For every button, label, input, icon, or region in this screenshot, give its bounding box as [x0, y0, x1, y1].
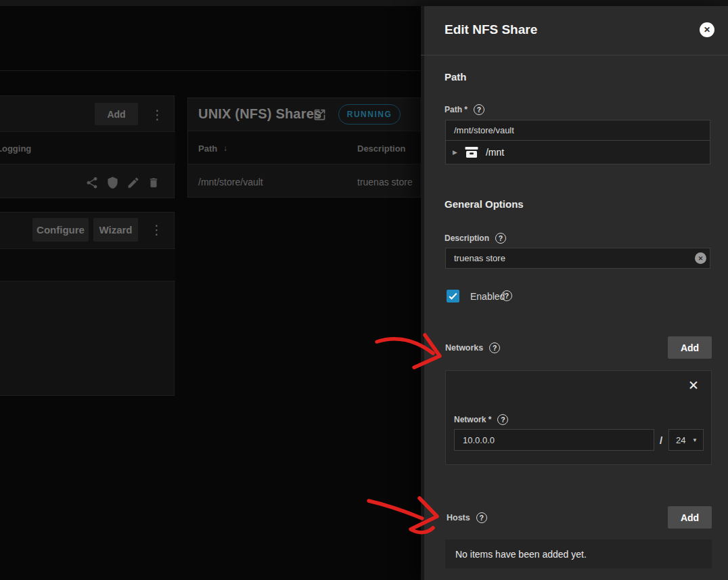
panel-title: Edit NFS Share: [445, 22, 537, 37]
cidr-separator: /: [660, 434, 662, 446]
filetree-node-mnt[interactable]: ▶ /mnt: [445, 141, 710, 164]
network-field-label: Network * ?: [454, 414, 508, 425]
top-strip: [0, 0, 728, 6]
screen: Add ⋮ Logging Configure Wizard ⋮ UNIX (N…: [0, 0, 728, 580]
cell-description: truenas store: [357, 177, 413, 187]
toolbar-divider: [0, 70, 421, 71]
row-actions: [85, 176, 160, 189]
close-panel-button[interactable]: ✕: [700, 22, 714, 37]
hosts-empty-message: No items have been added yet.: [445, 539, 712, 568]
help-icon[interactable]: ?: [497, 414, 508, 425]
description-input[interactable]: [445, 248, 710, 269]
shares-table-header-row: Logging: [0, 131, 175, 164]
delete-trash-icon[interactable]: [147, 176, 160, 189]
description-field-label: Description ?: [445, 233, 506, 244]
expand-caret-icon[interactable]: ▶: [453, 149, 457, 156]
clear-description-button[interactable]: ✕: [695, 252, 706, 264]
chevron-down-icon: ▼: [692, 437, 698, 443]
column-header-description[interactable]: Description: [357, 143, 406, 154]
path-field-label: Path * ?: [445, 104, 484, 115]
network-input[interactable]: [454, 429, 654, 451]
help-icon[interactable]: ?: [495, 233, 506, 244]
help-icon[interactable]: ?: [476, 512, 487, 523]
close-icon: ✕: [704, 25, 710, 35]
nfs-table-header-row: Path ↓ Description: [188, 131, 422, 164]
network-entry-card: ✕ Network * ? / 24 ▼: [445, 370, 712, 465]
nfs-shares-card: UNIX (NFS) Shares RUNNING Path ↓ Descrip…: [187, 97, 421, 198]
column-header-logging: Logging: [0, 143, 31, 154]
add-share-button[interactable]: Add: [95, 103, 138, 125]
general-options-heading: General Options: [445, 198, 524, 210]
network-label-text: Network *: [454, 415, 491, 424]
help-icon[interactable]: ?: [489, 342, 500, 353]
prefix-value: 24: [676, 435, 685, 445]
edit-pencil-icon[interactable]: [127, 176, 140, 189]
enabled-checkbox[interactable]: [447, 290, 459, 303]
kebab-menu-icon[interactable]: ⋮: [150, 223, 163, 236]
cell-path: /mnt/store/vault: [198, 177, 263, 187]
remove-network-icon[interactable]: ✕: [688, 379, 699, 392]
configure-button[interactable]: Configure: [32, 218, 89, 242]
running-status-badge[interactable]: RUNNING: [338, 104, 401, 125]
path-label-text: Path *: [445, 105, 468, 114]
share-icon[interactable]: [85, 176, 99, 189]
dataset-icon: [464, 146, 479, 159]
checkmark-icon: [449, 292, 457, 300]
shield-acl-icon[interactable]: [106, 176, 119, 189]
path-input[interactable]: [445, 120, 710, 141]
networks-label: Networks ?: [445, 342, 500, 353]
config-card: Configure Wizard ⋮: [0, 212, 175, 396]
sort-descending-icon[interactable]: ↓: [223, 143, 227, 153]
prefix-length-select[interactable]: 24 ▼: [668, 429, 704, 451]
column-header-path[interactable]: Path: [198, 143, 217, 154]
enabled-label: Enabled: [470, 291, 505, 302]
add-network-button[interactable]: Add: [668, 336, 712, 359]
help-icon[interactable]: ?: [501, 290, 512, 301]
tree-node-label: /mnt: [486, 147, 504, 158]
edit-nfs-share-panel: Edit NFS Share ✕ Path Path * ? ▶ /mnt Ge…: [421, 6, 728, 580]
hosts-label: Hosts ?: [447, 512, 487, 523]
clear-icon: ✕: [698, 255, 704, 262]
hosts-label-text: Hosts: [447, 513, 470, 522]
description-label-text: Description: [445, 233, 489, 243]
networks-label-text: Networks: [445, 343, 483, 353]
open-in-new-icon[interactable]: [313, 108, 327, 122]
kebab-menu-icon[interactable]: ⋮: [151, 108, 164, 121]
nfs-card-title: UNIX (NFS) Shares: [198, 106, 321, 122]
help-icon[interactable]: ?: [474, 104, 484, 115]
wizard-button[interactable]: Wizard: [93, 218, 138, 242]
panel-edge: [421, 6, 424, 580]
shares-card: Add ⋮ Logging: [0, 95, 175, 198]
path-section-heading: Path: [445, 71, 467, 83]
panel-header-divider: [421, 55, 728, 55]
config-table-row: [0, 248, 175, 282]
add-host-button[interactable]: Add: [668, 506, 712, 529]
